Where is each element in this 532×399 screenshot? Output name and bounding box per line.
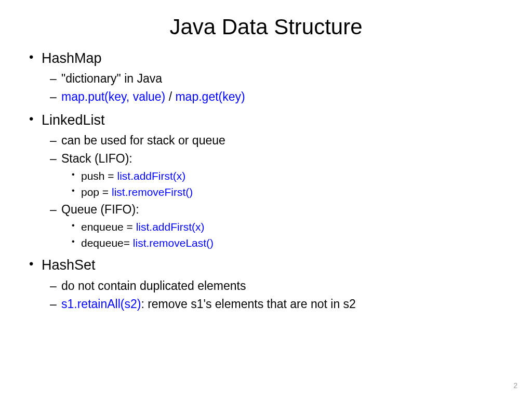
code-snippet: map.put(key, value): [61, 90, 165, 103]
slide-title: Java Data Structure: [26, 15, 506, 39]
list-item: can be used for stack or queue: [61, 132, 506, 149]
separator: /: [165, 90, 175, 103]
text: enqueue =: [81, 221, 136, 233]
text: : remove s1's elements that are not in s…: [141, 297, 355, 311]
list-item: Queue (FIFO):: [61, 202, 506, 218]
page-number: 2: [513, 381, 517, 390]
section-hashmap: HashMap "dictionary" in Java map.put(key…: [26, 49, 506, 105]
list-item: map.put(key, value) / map.get(key): [61, 89, 506, 105]
section-hashset: HashSet do not contain duplicated elemen…: [26, 256, 506, 312]
text: push =: [81, 170, 117, 182]
text: dequeue=: [81, 237, 133, 249]
list-item: "dictionary" in Java: [61, 71, 506, 87]
section-linkedlist: LinkedList can be used for stack or queu…: [26, 111, 506, 251]
code-snippet: list.addFirst(x): [136, 221, 205, 233]
slide: Java Data Structure HashMap "dictionary"…: [0, 0, 532, 312]
list-item: s1.retainAll(s2): remove s1's elements t…: [61, 296, 506, 312]
list-item: pop = list.removeFirst(): [81, 185, 506, 200]
code-snippet: list.removeLast(): [133, 237, 214, 249]
bullet-hashset: HashSet: [42, 256, 506, 274]
text: pop =: [81, 186, 112, 198]
list-item: do not contain duplicated elements: [61, 278, 506, 294]
list-item: push = list.addFirst(x): [81, 169, 506, 183]
list-item: enqueue = list.addFirst(x): [81, 220, 506, 234]
code-snippet: map.get(key): [175, 90, 245, 103]
code-snippet: list.addFirst(x): [117, 170, 185, 182]
bullet-hashmap: HashMap: [42, 49, 506, 68]
list-item: Stack (LIFO):: [61, 151, 506, 167]
bullet-linkedlist: LinkedList: [42, 111, 506, 129]
list-item: dequeue= list.removeLast(): [81, 236, 506, 250]
code-snippet: list.removeFirst(): [112, 186, 193, 198]
code-snippet: s1.retainAll(s2): [61, 297, 141, 311]
